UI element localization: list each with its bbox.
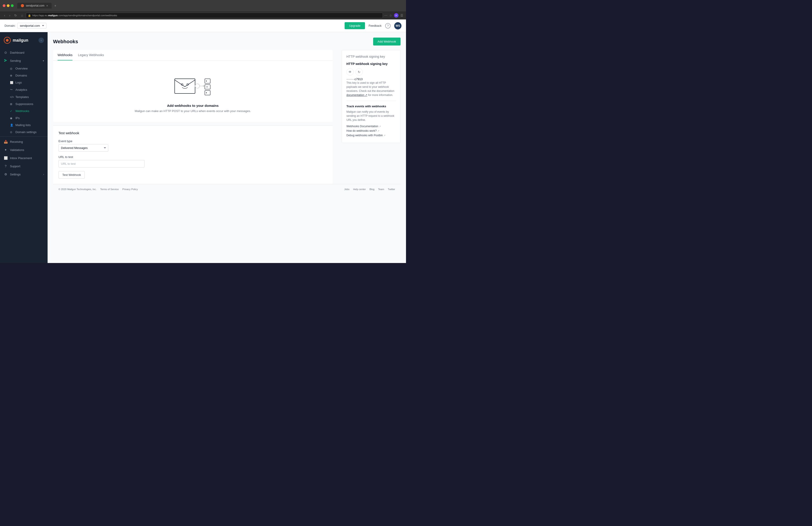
jobs-link[interactable]: Jobs	[344, 188, 349, 191]
refresh-button[interactable]: ↻	[13, 13, 18, 18]
sidebar-item-analytics[interactable]: 〜 Analytics	[0, 86, 47, 93]
postbin-link[interactable]: Debug webhooks with Postbin ↗	[346, 134, 396, 137]
url-input[interactable]	[58, 160, 145, 167]
sidebar-item-label: Logs	[15, 81, 22, 84]
sidebar-item-templates[interactable]: </> Templates	[0, 93, 47, 101]
browser-chrome: sendportal.com ✕ +	[0, 0, 406, 11]
sidebar-item-ips[interactable]: ◉ IPs	[0, 115, 47, 122]
footer-left: © 2020 Mailgun Technologies, Inc. Terms …	[58, 188, 138, 191]
signing-key-row: 👁 ↻	[346, 69, 396, 76]
page-title: Webhooks	[53, 39, 78, 45]
sidebar-item-sending[interactable]: Sending ▾	[0, 57, 47, 65]
feedback-button[interactable]: Feedback	[368, 24, 381, 27]
svg-rect-2	[175, 79, 195, 93]
tab-legacy-webhooks[interactable]: Legacy Webhooks	[78, 50, 104, 60]
sidebar-item-domains[interactable]: ⊕ Domains	[0, 72, 47, 79]
browser-tab[interactable]: sendportal.com ✕	[17, 3, 52, 9]
new-tab-button[interactable]: +	[54, 4, 56, 7]
avatar[interactable]: WS	[394, 22, 402, 29]
webhook-illustration	[58, 70, 328, 99]
sidebar-item-overview[interactable]: ◎ Overview	[0, 65, 47, 72]
sidebar-toggle-button[interactable]: ‹	[39, 37, 44, 43]
logo-text: mailgun	[13, 38, 28, 43]
copyright: © 2020 Mailgun Technologies, Inc.	[58, 188, 97, 191]
signing-key-title: HTTP webhook signing key	[346, 62, 396, 66]
mailing-lists-icon: 👤	[10, 124, 13, 127]
illustration-title: Add webhooks to your domains	[58, 104, 328, 107]
terms-link[interactable]: Terms of Service	[100, 188, 119, 191]
extensions-icon[interactable]: ⋯	[384, 14, 388, 17]
close-dot[interactable]	[3, 4, 5, 7]
security-icon: 🔒	[28, 14, 31, 17]
domain-select[interactable]: sendportal.com	[17, 23, 46, 29]
upgrade-button[interactable]: Upgrade	[345, 22, 365, 29]
sidebar-item-label: Webhooks	[15, 109, 29, 113]
inbox-placement-icon: ⬜	[4, 156, 8, 160]
sidebar-item-label: Validations	[10, 148, 24, 152]
sidebar-item-settings[interactable]: ⚙ Settings ›	[0, 170, 47, 178]
webhook-empty-state: Add webhooks to your domains Mailgun can…	[53, 61, 333, 122]
templates-icon: </>	[10, 95, 13, 99]
sidebar-item-support[interactable]: ? Support	[0, 162, 47, 170]
minimize-dot[interactable]	[7, 4, 10, 7]
extension-icon[interactable]: M	[394, 13, 398, 18]
how-webhooks-link[interactable]: How do webhooks work? ↗	[346, 129, 396, 132]
tab-favicon	[21, 4, 24, 7]
main-layout: mailgun ‹ ⊙ Dashboard Sending ▾ ◎ Overvi…	[0, 32, 406, 263]
sidebar-item-validations[interactable]: ✦ Validations	[0, 146, 47, 154]
sidebar-logo: mailgun ‹	[0, 32, 47, 48]
show-key-button[interactable]: 👁	[346, 69, 354, 76]
browser-actions: ⋯ ☆ M ☰	[384, 13, 403, 18]
analytics-icon: 〜	[10, 88, 13, 92]
forward-button[interactable]: ›	[8, 13, 12, 18]
svg-point-5	[195, 84, 200, 88]
browser-nav: ‹ › ↻ ⌂ 🔒 https://app.eu.mailgun.com/app…	[0, 11, 406, 19]
sidebar-item-label: Mailing lists	[15, 123, 31, 127]
tab-close-button[interactable]: ✕	[46, 4, 48, 7]
test-webhook-button[interactable]: Test Webhook	[58, 171, 85, 179]
blog-link[interactable]: Blog	[369, 188, 375, 191]
url-label: URL to test	[58, 155, 327, 159]
sidebar-item-receiving[interactable]: 📥 Receiving	[0, 138, 47, 146]
app: Domain: sendportal.com Upgrade Feedback …	[0, 19, 406, 263]
menu-icon[interactable]: ☰	[400, 14, 403, 17]
sidebar-item-logs[interactable]: ⬜ Logs	[0, 79, 47, 86]
sidebar-item-dashboard[interactable]: ⊙ Dashboard	[0, 48, 47, 57]
signing-key-card: HTTP webhook signing key HTTP webhook si…	[342, 50, 401, 143]
logs-icon: ⬜	[10, 81, 13, 84]
event-type-select[interactable]: Delivered Messages Bounced Messages Clic…	[58, 144, 108, 152]
refresh-key-button[interactable]: ↻	[356, 69, 363, 76]
twitter-link[interactable]: Twitter	[388, 188, 395, 191]
sidebar-item-label: Settings	[10, 173, 20, 176]
back-button[interactable]: ‹	[3, 13, 6, 18]
sidebar-item-label: Templates	[15, 95, 29, 99]
domain-label: Domain:	[4, 24, 15, 27]
tab-webhooks[interactable]: Webhooks	[58, 50, 72, 60]
team-link[interactable]: Team	[378, 188, 384, 191]
sidebar-item-inbox-placement[interactable]: ⬜ Inbox Placement	[0, 154, 47, 162]
tab-title: sendportal.com	[26, 4, 44, 7]
sidebar-item-webhooks[interactable]: ✓ Webhooks	[0, 107, 47, 115]
svg-rect-11	[205, 91, 210, 95]
logo: mailgun	[4, 37, 28, 44]
help-center-link[interactable]: Help center	[353, 188, 366, 191]
add-webhook-button[interactable]: Add Webhook	[373, 37, 401, 45]
sidebar-item-label: Domain settings	[15, 130, 37, 134]
home-button[interactable]: ⌂	[20, 13, 24, 18]
sidebar-item-mailing-lists[interactable]: 👤 Mailing lists	[0, 122, 47, 129]
maximize-dot[interactable]	[11, 4, 14, 7]
webhooks-docs-link[interactable]: Webhooks Documentation ↗	[346, 125, 396, 128]
event-type-group: Event type Delivered Messages Bounced Me…	[58, 139, 327, 152]
bookmark-icon[interactable]: ☆	[389, 14, 392, 17]
svg-point-12	[206, 92, 207, 93]
address-bar[interactable]: 🔒 https://app.eu.mailgun.com/app/sending…	[26, 13, 383, 18]
main-panel: Webhooks Legacy Webhooks	[53, 50, 333, 184]
sidebar-item-suppressions[interactable]: ⊞ Suppressions	[0, 101, 47, 107]
documentation-link[interactable]: documentation ↗	[346, 93, 367, 97]
help-icon-button[interactable]: ?	[385, 23, 391, 29]
privacy-link[interactable]: Privacy Policy	[122, 188, 138, 191]
sidebar-item-domain-settings[interactable]: ⊙ Domain settings	[0, 129, 47, 136]
sidebar-item-label: Support	[10, 165, 20, 168]
chevron-down-icon: ▾	[43, 60, 44, 62]
support-icon: ?	[4, 164, 8, 168]
